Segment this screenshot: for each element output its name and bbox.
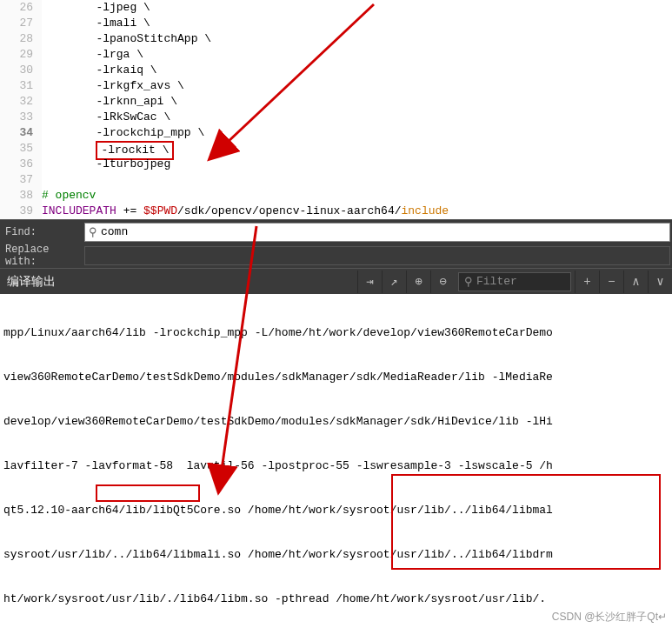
output-line: develop/view360RemoteCarDemo/testSdkDemo… — [3, 414, 669, 429]
replace-bar: Replace with: — [0, 244, 672, 268]
filter-input[interactable]: ⚲ Filter — [458, 272, 571, 291]
line-number: 27 — [0, 16, 42, 31]
code-line: -lrkgfx_avs \ — [42, 78, 672, 94]
line-number: 34 — [0, 125, 42, 141]
line-number: 29 — [0, 47, 42, 63]
highlight-box-2 — [96, 484, 200, 502]
zoom-in-icon[interactable]: ⊕ — [406, 271, 430, 293]
replace-label: Replace with: — [0, 244, 83, 268]
code-line: -lmali \ — [42, 16, 672, 31]
line-number: 37 — [0, 172, 42, 188]
output-line: lavfilter-7 -lavformat-58 lavutil-56 -lp… — [3, 458, 669, 473]
arrow-up-right-icon[interactable]: ↗ — [382, 271, 406, 293]
line-number: 31 — [0, 78, 42, 94]
output-line: ht/work/sysroot/usr/lib/./lib64/libm.so … — [3, 591, 669, 606]
line-number: 26 — [0, 0, 42, 16]
code-line: -lturbojpeg — [42, 157, 672, 172]
code-line: -lrknn_api \ — [42, 94, 672, 110]
line-number: 28 — [0, 31, 42, 47]
chevron-up-icon[interactable]: ∧ — [623, 271, 648, 293]
filter-placeholder: Filter — [476, 275, 517, 288]
watermark: CSDN @长沙红胖子Qt↵ — [552, 610, 667, 625]
replace-input[interactable] — [84, 246, 670, 265]
code-line: -ljpeg \ — [42, 0, 672, 16]
output-line: mpp/Linux/aarch64/lib -lrockchip_mpp -L/… — [3, 325, 669, 340]
minus-icon[interactable]: − — [599, 271, 623, 293]
find-value: comn — [101, 225, 128, 238]
plus-icon[interactable]: + — [575, 271, 599, 293]
line-number: 39 — [0, 204, 42, 219]
line-number: 35 — [0, 141, 42, 157]
code-line: INCLUDEPATH += $$PWD/sdk/opencv/opencv-l… — [42, 204, 672, 219]
output-title: 编译输出 — [0, 274, 63, 290]
zoom-out-icon[interactable]: ⊖ — [430, 271, 455, 293]
line-number: 38 — [0, 188, 42, 204]
find-input[interactable]: ⚲ comn — [84, 223, 670, 242]
code-editor[interactable]: 26 -ljpeg \ 27 -lmali \ 28 -lpanoStitchA… — [0, 0, 672, 219]
code-line: -lrockit \ — [42, 141, 672, 157]
line-number: 32 — [0, 94, 42, 110]
chevron-down-icon[interactable]: ∨ — [648, 271, 672, 293]
line-number: 36 — [0, 157, 42, 172]
output-line: view360RemoteCarDemo/testSdkDemo/modules… — [3, 370, 669, 384]
code-line — [42, 172, 672, 188]
highlight-box-3 — [391, 474, 661, 570]
compile-output[interactable]: mpp/Linux/aarch64/lib -lrockchip_mpp -L/… — [0, 294, 672, 628]
search-icon: ⚲ — [464, 275, 473, 289]
code-line: -lrockchip_mpp \ — [42, 125, 672, 141]
find-bar: Find: ⚲ comn — [0, 219, 672, 244]
indent-icon[interactable]: ⇥ — [357, 271, 382, 293]
code-line: -lRkSwCac \ — [42, 110, 672, 125]
search-icon: ⚲ — [89, 225, 97, 239]
code-line: -lrkaiq \ — [42, 63, 672, 78]
output-header: 编译输出 ⇥ ↗ ⊕ ⊖ ⚲ Filter + − ∧ ∨ — [0, 268, 672, 294]
code-line: -lpanoStitchApp \ — [42, 31, 672, 47]
code-line: -lrga \ — [42, 47, 672, 63]
find-label: Find: — [0, 226, 83, 238]
line-number: 33 — [0, 110, 42, 125]
code-line: # opencv — [42, 188, 672, 204]
line-number: 30 — [0, 63, 42, 78]
